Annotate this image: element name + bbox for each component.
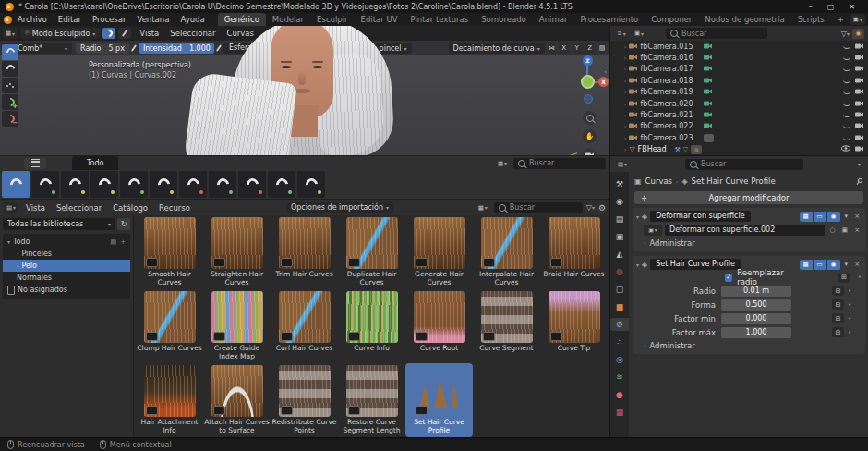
decorator-dot[interactable]: • [848, 287, 851, 295]
field-value-forma[interactable]: 0.500 [721, 299, 791, 311]
asset-card-curve-root[interactable]: Curve Root [405, 289, 473, 363]
asset-card-duplicate-hair-curves[interactable]: Duplicate Hair Curves [338, 215, 405, 289]
workspace-tab-componer[interactable]: Componer [645, 13, 698, 26]
pin-icon[interactable] [855, 177, 863, 186]
decorator-dot[interactable]: • [848, 329, 851, 336]
add-curves-tool[interactable]: + [2, 94, 18, 110]
hide-viewport-icon[interactable] [843, 113, 850, 117]
radius-pressure-icon[interactable] [133, 43, 135, 54]
add-modifier-button[interactable]: + Agregar modificador [634, 191, 863, 204]
asset-card-restore-curve-segment-length[interactable]: Restore Curve Segment Length [338, 363, 405, 437]
expand-icon[interactable]: › [624, 146, 626, 152]
brush-thumb-brush-yellow-arrow[interactable] [90, 171, 118, 198]
edit-mode-display-icon[interactable]: ▦ [800, 212, 813, 222]
expand-icon[interactable]: › [624, 101, 626, 107]
outliner-row-fbcamera-022[interactable]: ›fbCamera.022 [610, 121, 868, 132]
outliner-id-filter-icon[interactable]: ◉ [852, 29, 864, 39]
disable-render-icon[interactable] [855, 88, 863, 96]
expand-icon[interactable]: ▾ [7, 238, 10, 245]
ab-menu-cat-logo[interactable]: Catálogo [107, 203, 153, 213]
mirror-axis-x-button[interactable]: X [559, 43, 570, 54]
disable-render-icon[interactable] [855, 122, 863, 130]
outliner-editor-icon[interactable]: ≡▾ [614, 28, 629, 39]
filter-icon[interactable]: ▽▾ [586, 203, 595, 212]
brush-thumb-brush-dot-sphere[interactable] [268, 171, 295, 198]
workspace-tab-esculpir[interactable]: Esculpir [310, 13, 354, 26]
show-viewport-icon[interactable] [841, 145, 850, 153]
asset-card-redistribute-curve-points[interactable]: Redistribute Curve Points [271, 363, 338, 437]
target-object-field[interactable]: Deformar con superficie.002 [665, 225, 825, 236]
outliner-row-fbcamera-019[interactable]: ›fbCamera.019 [610, 87, 868, 98]
catalog-normales[interactable]: Normales [3, 272, 130, 284]
expand-icon[interactable]: › [624, 135, 626, 141]
object-selector-icon[interactable]: ▣▾ [644, 225, 662, 236]
properties-tab-material[interactable]: ● [611, 388, 628, 401]
modifier-extras-icon[interactable]: ▾ [843, 261, 850, 268]
brush-thumb-brush-yellow-down[interactable] [150, 171, 177, 198]
replace-radius-checkbox[interactable]: ✓ [725, 274, 732, 282]
workspace-tab-[interactable]: + [831, 13, 850, 26]
workspace-tab-sombreado[interactable]: Sombreado [475, 13, 533, 26]
menu-archivo[interactable]: Archivo [12, 15, 53, 24]
properties-editor-icon[interactable]: ▤▾ [615, 159, 630, 170]
delete-curves-tool[interactable]: − [2, 111, 18, 127]
close-button[interactable]: ✕ [849, 3, 855, 11]
properties-tab-particles[interactable]: ∴ [611, 335, 628, 348]
properties-tab-object-data[interactable]: ≋ [611, 371, 628, 384]
field-value-factor-min[interactable]: 0.000 [721, 313, 791, 324]
menu-procesar[interactable]: Procesar [87, 15, 132, 24]
shelf-tab-todo[interactable]: Todo [72, 156, 118, 170]
brush-thumb-brush-red-slash[interactable] [238, 171, 266, 198]
field-value-radio[interactable]: 0.01 m [721, 286, 791, 297]
asset-card-hair-attachment-info[interactable]: Hair Attachment Info [136, 363, 203, 437]
library-dropdown[interactable]: Todas las bibliotecas ▾ [3, 218, 115, 230]
outliner-row-fbhead[interactable]: ›▽FBHead⚒▽≋ [610, 144, 868, 155]
mirror-axis-y-button[interactable]: Y [572, 43, 583, 54]
edit-mode-display-icon[interactable]: ▦ [800, 260, 813, 270]
density-brush-tool[interactable] [2, 78, 18, 93]
gear-icon[interactable]: ⚙ [598, 203, 606, 213]
disable-render-icon[interactable] [855, 100, 863, 108]
fake-user-icon[interactable]: ○ [827, 226, 837, 234]
decorator-dot[interactable]: • [858, 274, 862, 281]
navigation-gizmo[interactable]: Z X ✋ [571, 54, 608, 155]
workspace-tab-editar-uv[interactable]: Editar UV [355, 13, 404, 26]
outliner-filter-icon[interactable]: ▽▾ [841, 30, 850, 38]
hide-viewport-icon[interactable] [843, 55, 850, 60]
outliner-row-fbcamera-021[interactable]: ›fbCamera.021 [610, 109, 868, 120]
ab-menu-seleccionar[interactable]: Seleccionar [51, 203, 107, 213]
manage-section-2[interactable]: ›Administrar [636, 339, 862, 351]
asset-card-curl-hair-curves[interactable]: Curl Hair Curves [271, 289, 338, 363]
brush-thumb-comb-brush[interactable] [2, 171, 30, 198]
expand-icon[interactable]: › [17, 262, 18, 269]
expand-icon[interactable]: › [624, 89, 626, 95]
modifier-name-field[interactable]: Set Hair Curve Profile [650, 259, 741, 270]
expand-icon[interactable]: › [624, 112, 626, 118]
brush-thumb-brush-green-accent[interactable] [31, 171, 59, 198]
camera-data-icon-selected[interactable] [704, 134, 714, 142]
maximize-button[interactable]: ▢ [827, 3, 835, 11]
hide-viewport-icon[interactable] [843, 124, 850, 128]
shelf-menu-icon[interactable] [24, 158, 46, 169]
workspace-tab-gen-rico[interactable]: Genérico [218, 13, 266, 26]
gizmo-x-axis[interactable]: X [598, 77, 609, 87]
asset-card-trim-hair-curves[interactable]: Trim Hair Curves [271, 215, 338, 289]
modifier-name-field[interactable]: Deformar con superficie [650, 211, 750, 222]
expand-icon[interactable]: › [624, 123, 626, 129]
breadcrumb-root[interactable]: Curvas [645, 177, 672, 186]
hide-viewport-icon[interactable] [843, 136, 850, 140]
curve-falloff-dropdown[interactable]: Decaimiento de curva ▾ [449, 43, 545, 54]
sculpt-brush-tool[interactable] [2, 61, 18, 77]
camera-view-button[interactable] [583, 148, 597, 155]
scene-icon[interactable]: ▣▾ [850, 14, 865, 25]
hide-viewport-icon[interactable] [843, 44, 850, 49]
disable-render-icon[interactable] [855, 111, 863, 119]
asset-card-curve-segment[interactable]: Curve Segment [473, 289, 540, 363]
expand-icon[interactable]: › [624, 78, 626, 84]
brush-thumb-brush-green-curve[interactable] [209, 171, 236, 198]
realtime-display-icon[interactable]: ▭ [814, 260, 826, 270]
hide-viewport-icon[interactable] [843, 102, 850, 106]
strength-pressure-icon[interactable] [218, 43, 220, 54]
properties-search-input[interactable]: Buscar [685, 159, 803, 170]
3d-viewport[interactable]: ▦▾ ⌾ Modo Esculpido ▾ VistaSeleccionarCu… [0, 26, 609, 155]
